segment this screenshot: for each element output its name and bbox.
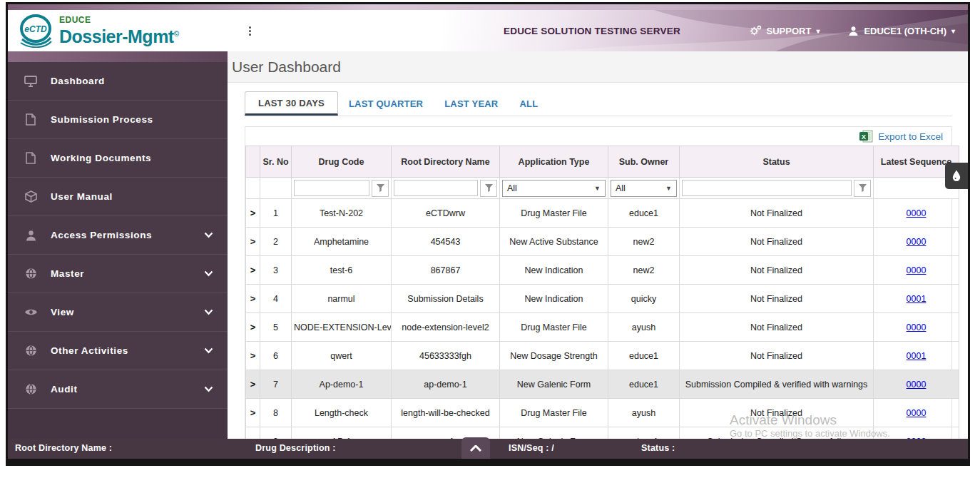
status-filter-input[interactable] — [682, 180, 852, 196]
sidebar-item-label: User Manual — [51, 191, 213, 202]
sidebar-item-dashboard[interactable]: Dashboard — [8, 62, 228, 101]
table-row: > 7 Ap-demo-1 ap-demo-1 New Galenic Form… — [246, 370, 959, 399]
cell-sr-no: 8 — [260, 399, 292, 427]
cell-root-directory: 45633333fgh — [392, 342, 500, 370]
column-header-drug-code: Drug Code — [292, 146, 392, 178]
globe-icon — [24, 383, 38, 395]
row-expand-chevron-icon[interactable]: > — [246, 370, 260, 399]
root-directory-filter-button[interactable] — [480, 180, 497, 197]
tab-last-30-days[interactable]: LAST 30 DAYS — [245, 91, 338, 116]
sidebar-item-master[interactable]: Master — [8, 255, 228, 293]
sidebar-item-view[interactable]: View — [8, 293, 228, 332]
row-expand-chevron-icon[interactable]: > — [246, 427, 260, 439]
monitor-icon — [24, 76, 38, 87]
funnel-icon — [484, 183, 494, 193]
cell-application-type: New Active Substance — [500, 228, 608, 256]
document-icon — [24, 113, 38, 126]
kebab-menu-icon[interactable] — [243, 22, 257, 40]
footer-status-label: Status : — [641, 443, 675, 453]
row-expand-chevron-icon[interactable]: > — [246, 399, 260, 427]
brand-name-large: Dossier-Mgmt© — [59, 26, 179, 46]
cell-application-type: New Galenic Form — [500, 427, 608, 439]
drug-code-filter-button[interactable] — [372, 180, 389, 197]
submissions-table: Sr. No Drug Code Root Directory Name App… — [245, 146, 959, 439]
drug-code-filter-input[interactable] — [294, 180, 369, 196]
support-menu[interactable]: SUPPORT ▾ — [750, 25, 820, 36]
cell-drug-code: Amphetamine — [292, 228, 392, 256]
cell-application-type: New Dosage Strength — [500, 342, 608, 370]
sidebar-item-access-permissions[interactable]: Access Permissions — [8, 216, 228, 255]
cell-root-directory: Submission Details — [392, 285, 500, 313]
latest-sequence-link[interactable]: 0000 — [907, 208, 927, 218]
chevron-down-icon — [204, 232, 213, 238]
sidebar-item-user-manual[interactable]: User Manual — [8, 178, 228, 216]
row-expand-chevron-icon[interactable]: > — [246, 285, 260, 313]
cell-application-type: Drug Master File — [500, 199, 608, 228]
sidebar-item-audit[interactable]: Audit — [8, 370, 228, 409]
sidebar-item-label: Other Activities — [51, 345, 191, 356]
cell-sr-no: 4 — [260, 285, 292, 313]
column-header-sub-owner: Sub. Owner — [608, 146, 680, 178]
table-row: > 8 Length-check length-will-be-checked … — [246, 399, 959, 427]
cell-status: Not Finalized — [680, 228, 874, 256]
row-expand-chevron-icon[interactable]: > — [246, 228, 260, 256]
cell-status: Not Finalized — [680, 313, 874, 342]
footer-collapse-button[interactable] — [461, 437, 490, 459]
svg-text:eCTD: eCTD — [24, 24, 47, 34]
document-icon — [24, 152, 38, 164]
table-row: > 1 Test-N-202 eCTDwrw Drug Master File … — [246, 199, 959, 228]
latest-sequence-link[interactable]: 0000 — [907, 322, 927, 332]
user-menu[interactable]: EDUCE1 (OTH-CH) ▾ — [848, 26, 955, 36]
sidebar-item-working-documents[interactable]: Working Documents — [8, 139, 228, 178]
dashboard-table-container: X Export to Excel Sr. No — [245, 126, 952, 439]
latest-sequence-link[interactable]: 0000 — [907, 237, 927, 247]
sidebar-item-label: Dashboard — [51, 76, 213, 86]
row-expand-chevron-icon[interactable]: > — [246, 199, 260, 228]
cell-drug-code: test-6 — [292, 256, 392, 285]
cell-sub-owner: quicky — [608, 285, 680, 313]
cell-drug-code: Ap-demo-1 — [292, 370, 392, 399]
cell-drug-code: NODE-EXTENSION-Leve... — [292, 313, 392, 342]
chevron-down-icon: ▾ — [951, 27, 955, 35]
latest-sequence-link[interactable]: 0000 — [907, 408, 927, 418]
cell-sr-no: 2 — [260, 228, 292, 256]
table-row: > 5 NODE-EXTENSION-Leve... node-extensio… — [246, 313, 959, 342]
cell-sub-owner: educe1 — [608, 427, 680, 439]
cube-icon — [24, 190, 38, 203]
sidebar-item-other-activities[interactable]: Other Activities — [8, 332, 228, 370]
sidebar-filler — [8, 409, 228, 439]
caret-down-icon: ▼ — [665, 185, 672, 192]
footer-drug-description-label: Drug Description : — [255, 443, 336, 453]
footer-root-directory-label: Root Directory Name : — [15, 443, 112, 453]
chevron-down-icon — [204, 386, 213, 392]
footer-status-bar: Root Directory Name : Drug Description :… — [8, 439, 968, 459]
sidebar-item-submission-process[interactable]: Submission Process — [8, 101, 228, 139]
cell-root-directory: length-will-be-checked — [392, 399, 500, 427]
tab-all[interactable]: ALL — [509, 92, 548, 116]
root-directory-filter-input[interactable] — [394, 180, 478, 196]
latest-sequence-link[interactable]: 0001 — [907, 294, 927, 304]
status-filter-button[interactable] — [854, 180, 871, 197]
latest-sequence-link[interactable]: 0000 — [907, 265, 927, 275]
chevron-down-icon — [204, 270, 213, 277]
latest-sequence-link[interactable]: 0001 — [907, 351, 927, 361]
row-expand-chevron-icon[interactable]: > — [246, 256, 260, 285]
row-expand-chevron-icon[interactable]: > — [246, 313, 260, 342]
header-top-strip — [8, 4, 968, 10]
cell-application-type: Drug Master File — [500, 313, 608, 342]
cell-sr-no: 5 — [260, 313, 292, 342]
excel-icon: X — [859, 130, 873, 143]
cell-drug-code: Length-check — [292, 399, 392, 427]
tab-last-year[interactable]: LAST YEAR — [434, 92, 509, 116]
sub-owner-filter-select[interactable]: All ▼ — [611, 180, 677, 197]
theme-drop-button[interactable] — [945, 163, 968, 189]
row-expand-chevron-icon[interactable]: > — [246, 342, 260, 370]
export-to-excel-link[interactable]: Export to Excel — [878, 131, 943, 142]
latest-sequence-link[interactable]: 0000 — [907, 380, 927, 390]
application-type-filter-select[interactable]: All ▼ — [502, 180, 606, 197]
cell-sub-owner: educe1 — [608, 370, 680, 399]
sidebar-item-label: View — [51, 307, 191, 317]
tab-last-quarter[interactable]: LAST QUARTER — [338, 92, 434, 116]
table-header-row: Sr. No Drug Code Root Directory Name App… — [246, 146, 959, 178]
support-label: SUPPORT — [767, 26, 812, 36]
